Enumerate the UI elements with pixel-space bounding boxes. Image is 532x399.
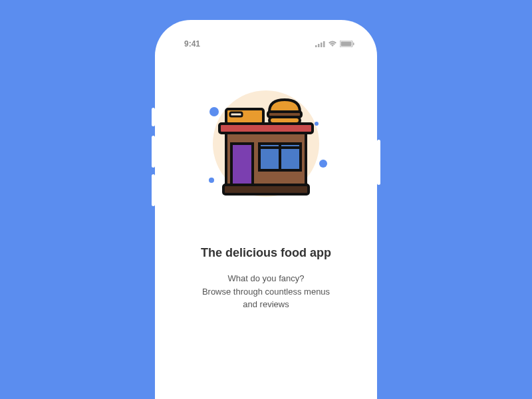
onboarding-subtitle: What do you fancy? Browse through countl… [175,272,357,311]
notch [216,28,316,45]
svg-point-11 [319,160,327,168]
svg-point-10 [315,122,319,126]
battery-icon [340,41,354,47]
svg-rect-2 [321,43,323,47]
svg-rect-15 [230,112,242,116]
svg-point-9 [209,178,214,183]
restaurant-icon [193,77,339,210]
onboarding-title: The delicious food app [175,246,357,260]
signal-icon [315,41,325,47]
screen: 9:41 [163,28,369,399]
side-button [152,108,155,126]
svg-rect-18 [223,185,309,194]
phone-frame: 9:41 [163,28,369,399]
status-icons [315,41,357,47]
svg-rect-3 [323,41,325,47]
side-button [152,174,155,206]
svg-rect-19 [231,144,253,185]
svg-point-8 [209,107,219,116]
svg-rect-5 [341,42,352,47]
onboarding-illustration [175,77,357,210]
side-button [152,136,155,168]
svg-rect-16 [219,124,313,133]
svg-rect-1 [318,44,320,47]
svg-rect-0 [315,45,317,47]
wifi-icon [328,41,337,47]
side-button [377,140,380,185]
status-time: 9:41 [175,39,200,49]
svg-rect-6 [353,43,354,45]
